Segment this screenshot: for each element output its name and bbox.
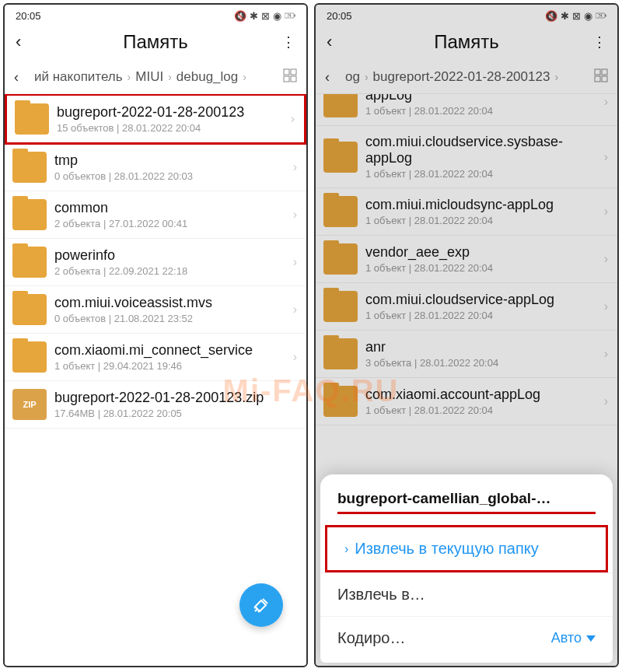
file-meta: 1 объект | 28.01.2022 20:04 (365, 262, 599, 274)
chevron-right-icon: › (599, 95, 613, 109)
status-icons: 🔇 ✱ ⊠ ◉ 74 (234, 10, 295, 22)
grid-view-icon[interactable] (278, 68, 297, 86)
folder-icon (323, 338, 358, 369)
file-name: com.miui.cloudservice-appLog (365, 292, 599, 308)
file-meta: 1 объект | 28.01.2022 20:04 (365, 310, 599, 321)
breadcrumb-part[interactable]: ий накопитель (34, 69, 123, 85)
clean-fab[interactable] (239, 583, 283, 627)
breadcrumb[interactable]: ‹ ий накопитель › MIUI › debug_log › (5, 62, 306, 94)
bluetooth-icon: ✱ (250, 10, 258, 22)
file-name: vendor_aee_exp (365, 244, 599, 261)
chevron-right-icon: › (128, 71, 131, 83)
file-name: appLog (365, 94, 599, 103)
file-row[interactable]: common 2 объекта | 27.01.2022 00:41 › (5, 191, 306, 239)
extract-here-option[interactable]: › Извлечь в текущую папку (325, 525, 608, 572)
svg-rect-11 (602, 69, 607, 75)
nosim-icon: ⊠ (572, 10, 581, 22)
option-label: Извлечь в текущую папку (355, 540, 538, 558)
encoding-row[interactable]: Кодиро… Авто (320, 616, 613, 660)
file-row[interactable]: com.miui.cloudservice-appLog 1 объект | … (316, 283, 617, 331)
folder-icon (323, 291, 358, 322)
bluetooth-icon: ✱ (561, 10, 569, 22)
file-meta: 17.64MB | 28.01.2022 20:05 (54, 408, 302, 419)
svg-rect-4 (291, 69, 296, 75)
bottom-sheet: bugreport-camellian_global-… › Извлечь в… (320, 474, 613, 663)
extract-to-option[interactable]: Извлечь в… (320, 572, 613, 616)
file-meta: 0 объектов | 28.01.2022 20:03 (54, 170, 288, 182)
folder-icon (323, 142, 358, 173)
svg-rect-10 (595, 69, 600, 75)
chevron-right-icon: › (344, 542, 348, 556)
folder-icon (323, 386, 358, 417)
encoding-value: Авто (551, 630, 582, 646)
file-row[interactable]: appLog 1 объект | 28.01.2022 20:04 › (316, 94, 617, 126)
file-meta: 3 объекта | 28.01.2022 20:04 (365, 357, 599, 369)
file-name: common (54, 200, 288, 216)
breadcrumb-back-icon[interactable]: ‹ (14, 69, 31, 86)
page-title: Память (37, 31, 274, 53)
breadcrumb-part[interactable]: og (345, 69, 360, 85)
file-row[interactable]: bugreport-2022-01-28-200123 15 объектов … (5, 94, 306, 145)
chevron-right-icon: › (168, 71, 172, 83)
file-row[interactable]: com.xiaomi.account-appLog 1 объект | 28.… (316, 378, 617, 425)
file-name: anr (365, 339, 599, 355)
chevron-right-icon: › (288, 255, 302, 269)
file-row[interactable]: ZIP bugreport-2022-01-28-200123.zip 17.6… (5, 381, 306, 429)
file-row[interactable]: com.miui.cloudservice.sysbase-appLog 1 о… (316, 126, 617, 188)
status-time: 20:05 (16, 10, 41, 22)
file-row[interactable]: tmp 0 объектов | 28.01.2022 20:03 › (5, 144, 306, 191)
title-bar: ‹ Память ⋮ (5, 26, 306, 62)
folder-icon (15, 103, 49, 135)
file-row[interactable]: vendor_aee_exp 1 объект | 28.01.2022 20:… (316, 236, 617, 283)
sheet-title: bugreport-camellian_global-… (320, 474, 613, 510)
battery-icon: 74 (596, 10, 606, 21)
file-name: com.miui.voiceassist.mvs (54, 295, 288, 311)
breadcrumb-part[interactable]: debug_log (176, 69, 238, 85)
chevron-right-icon: › (599, 205, 613, 219)
file-name: bugreport-2022-01-28-200123.zip (54, 390, 302, 406)
status-bar: 20:05 🔇 ✱ ⊠ ◉ 74 (316, 5, 617, 26)
title-bar: ‹ Память ⋮ (316, 26, 617, 62)
svg-rect-6 (291, 76, 296, 82)
file-list: bugreport-2022-01-28-200123 15 объектов … (5, 94, 306, 666)
file-row[interactable]: powerinfo 2 объекта | 22.09.2021 22:18 › (5, 239, 306, 286)
folder-icon (12, 152, 47, 183)
encoding-label: Кодиро… (337, 629, 405, 647)
folder-icon (323, 94, 358, 117)
chevron-right-icon: › (243, 71, 246, 83)
svg-text:74: 74 (287, 14, 292, 18)
svg-rect-5 (284, 76, 289, 82)
folder-icon (12, 341, 47, 373)
chevron-right-icon: › (599, 252, 613, 266)
chevron-right-icon: › (365, 71, 369, 83)
breadcrumb-back-icon[interactable]: ‹ (325, 69, 342, 86)
chevron-right-icon: › (288, 303, 302, 317)
status-icons: 🔇 ✱ ⊠ ◉ 74 (545, 10, 606, 22)
status-bar: 20:05 🔇 ✱ ⊠ ◉ 74 (5, 5, 306, 26)
svg-rect-13 (602, 76, 607, 82)
page-title: Память (348, 31, 585, 53)
file-name: com.xiaomi.mi_connect_service (54, 342, 288, 359)
breadcrumb-part[interactable]: MIUI (135, 69, 163, 85)
more-button[interactable]: ⋮ (585, 33, 606, 51)
more-button[interactable]: ⋮ (274, 33, 295, 51)
wifi-icon: ◉ (273, 10, 281, 22)
svg-rect-8 (606, 15, 606, 17)
file-row[interactable]: com.miui.voiceassist.mvs 0 объектов | 21… (5, 286, 306, 334)
chevron-right-icon: › (286, 112, 299, 126)
back-button[interactable]: ‹ (327, 32, 348, 52)
svg-rect-12 (595, 76, 600, 82)
grid-view-icon[interactable] (589, 68, 608, 86)
breadcrumb[interactable]: ‹ og › bugreport-2022-01-28-200123 › (316, 62, 617, 94)
chevron-right-icon: › (599, 150, 613, 164)
back-button[interactable]: ‹ (16, 32, 37, 52)
chevron-right-icon: › (599, 299, 613, 313)
file-row[interactable]: com.miui.micloudsync-appLog 1 объект | 2… (316, 188, 617, 236)
folder-icon (323, 243, 358, 275)
file-row[interactable]: com.xiaomi.mi_connect_service 1 объект |… (5, 334, 306, 381)
file-name: com.miui.micloudsync-appLog (365, 197, 599, 213)
file-meta: 15 объектов | 28.01.2022 20:04 (57, 122, 286, 134)
chevron-down-icon (586, 635, 596, 642)
file-row[interactable]: anr 3 объекта | 28.01.2022 20:04 › (316, 331, 617, 378)
breadcrumb-part[interactable]: bugreport-2022-01-28-200123 (373, 69, 550, 85)
